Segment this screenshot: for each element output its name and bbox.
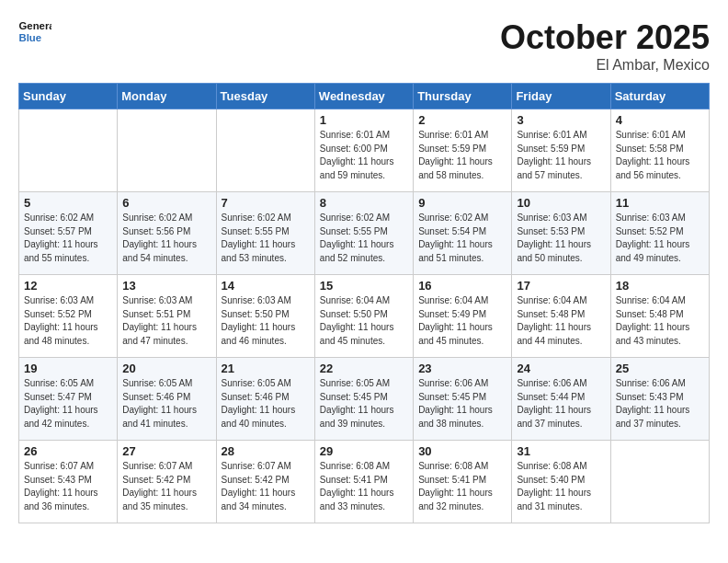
day-cell: 9Sunrise: 6:02 AM Sunset: 5:54 PM Daylig… (414, 192, 512, 275)
day-info: Sunrise: 6:01 AM Sunset: 5:59 PM Dayligh… (517, 129, 605, 182)
day-cell (216, 109, 314, 192)
week-row-1: 1Sunrise: 6:01 AM Sunset: 6:00 PM Daylig… (19, 109, 710, 192)
day-cell: 8Sunrise: 6:02 AM Sunset: 5:55 PM Daylig… (314, 192, 413, 275)
weekday-header-monday: Monday (118, 84, 216, 109)
weekday-header-wednesday: Wednesday (314, 84, 413, 109)
day-cell: 31Sunrise: 6:08 AM Sunset: 5:40 PM Dayli… (512, 441, 610, 523)
day-info: Sunrise: 6:04 AM Sunset: 5:50 PM Dayligh… (320, 294, 408, 348)
day-number: 2 (418, 113, 506, 127)
day-info: Sunrise: 6:05 AM Sunset: 5:47 PM Dayligh… (24, 377, 112, 431)
day-cell: 26Sunrise: 6:07 AM Sunset: 5:43 PM Dayli… (19, 441, 118, 523)
day-number: 11 (616, 196, 704, 210)
day-number: 24 (517, 362, 605, 375)
day-cell: 14Sunrise: 6:03 AM Sunset: 5:50 PM Dayli… (216, 275, 314, 358)
week-row-4: 19Sunrise: 6:05 AM Sunset: 5:47 PM Dayli… (19, 358, 710, 441)
day-cell (19, 109, 118, 192)
calendar-table: SundayMondayTuesdayWednesdayThursdayFrid… (18, 83, 710, 523)
weekday-header-sunday: Sunday (19, 84, 118, 109)
day-info: Sunrise: 6:05 AM Sunset: 5:46 PM Dayligh… (222, 377, 310, 431)
day-cell (118, 109, 216, 192)
day-cell: 29Sunrise: 6:08 AM Sunset: 5:41 PM Dayli… (314, 441, 413, 523)
location: El Ambar, Mexico (500, 57, 710, 74)
day-info: Sunrise: 6:07 AM Sunset: 5:42 PM Dayligh… (222, 460, 310, 513)
day-info: Sunrise: 6:02 AM Sunset: 5:55 PM Dayligh… (222, 212, 310, 265)
day-number: 22 (320, 362, 408, 375)
day-info: Sunrise: 6:05 AM Sunset: 5:45 PM Dayligh… (320, 377, 408, 431)
day-number: 14 (222, 279, 310, 293)
day-cell: 18Sunrise: 6:04 AM Sunset: 5:48 PM Dayli… (610, 275, 709, 358)
day-info: Sunrise: 6:02 AM Sunset: 5:56 PM Dayligh… (122, 212, 210, 265)
day-cell: 15Sunrise: 6:04 AM Sunset: 5:50 PM Dayli… (314, 275, 413, 358)
day-number: 9 (418, 196, 506, 210)
day-number: 3 (517, 113, 605, 127)
day-number: 25 (616, 362, 704, 375)
day-number: 29 (320, 444, 408, 458)
day-cell: 21Sunrise: 6:05 AM Sunset: 5:46 PM Dayli… (216, 358, 314, 441)
svg-text:Blue: Blue (19, 32, 42, 43)
day-info: Sunrise: 6:07 AM Sunset: 5:43 PM Dayligh… (24, 460, 112, 513)
day-number: 1 (320, 113, 408, 127)
day-number: 10 (517, 196, 605, 210)
day-number: 17 (517, 279, 605, 293)
day-number: 8 (320, 196, 408, 210)
day-number: 7 (222, 196, 310, 210)
day-cell: 30Sunrise: 6:08 AM Sunset: 5:41 PM Dayli… (414, 441, 512, 523)
day-number: 19 (24, 362, 112, 375)
day-cell: 3Sunrise: 6:01 AM Sunset: 5:59 PM Daylig… (512, 109, 610, 192)
weekday-header-saturday: Saturday (610, 84, 709, 109)
logo-icon: General Blue (18, 18, 51, 44)
svg-text:General: General (19, 20, 52, 31)
day-number: 4 (616, 113, 704, 127)
weekday-header-tuesday: Tuesday (216, 84, 314, 109)
day-number: 21 (222, 362, 310, 375)
day-info: Sunrise: 6:07 AM Sunset: 5:42 PM Dayligh… (122, 460, 210, 513)
day-number: 6 (122, 196, 210, 210)
day-info: Sunrise: 6:03 AM Sunset: 5:50 PM Dayligh… (222, 294, 310, 348)
day-info: Sunrise: 6:02 AM Sunset: 5:54 PM Dayligh… (418, 212, 506, 265)
day-info: Sunrise: 6:08 AM Sunset: 5:41 PM Dayligh… (320, 460, 408, 513)
day-number: 30 (418, 444, 506, 458)
day-cell: 27Sunrise: 6:07 AM Sunset: 5:42 PM Dayli… (118, 441, 216, 523)
logo: General Blue (18, 18, 51, 44)
day-info: Sunrise: 6:06 AM Sunset: 5:45 PM Dayligh… (418, 377, 506, 431)
day-info: Sunrise: 6:02 AM Sunset: 5:55 PM Dayligh… (320, 212, 408, 265)
day-info: Sunrise: 6:01 AM Sunset: 5:59 PM Dayligh… (418, 129, 506, 182)
day-number: 31 (517, 444, 605, 458)
day-cell: 20Sunrise: 6:05 AM Sunset: 5:46 PM Dayli… (118, 358, 216, 441)
day-info: Sunrise: 6:05 AM Sunset: 5:46 PM Dayligh… (122, 377, 210, 431)
day-cell: 16Sunrise: 6:04 AM Sunset: 5:49 PM Dayli… (414, 275, 512, 358)
day-info: Sunrise: 6:03 AM Sunset: 5:52 PM Dayligh… (616, 212, 704, 265)
day-cell: 7Sunrise: 6:02 AM Sunset: 5:55 PM Daylig… (216, 192, 314, 275)
day-info: Sunrise: 6:01 AM Sunset: 6:00 PM Dayligh… (320, 129, 408, 182)
day-info: Sunrise: 6:03 AM Sunset: 5:53 PM Dayligh… (517, 212, 605, 265)
day-cell: 19Sunrise: 6:05 AM Sunset: 5:47 PM Dayli… (19, 358, 118, 441)
day-number: 16 (418, 279, 506, 293)
day-number: 15 (320, 279, 408, 293)
day-info: Sunrise: 6:03 AM Sunset: 5:52 PM Dayligh… (24, 294, 112, 348)
day-cell: 28Sunrise: 6:07 AM Sunset: 5:42 PM Dayli… (216, 441, 314, 523)
day-cell: 24Sunrise: 6:06 AM Sunset: 5:44 PM Dayli… (512, 358, 610, 441)
day-number: 27 (122, 444, 210, 458)
weekday-header-thursday: Thursday (414, 84, 512, 109)
weekday-header-row: SundayMondayTuesdayWednesdayThursdayFrid… (19, 84, 710, 109)
day-info: Sunrise: 6:06 AM Sunset: 5:43 PM Dayligh… (616, 377, 704, 431)
day-cell: 12Sunrise: 6:03 AM Sunset: 5:52 PM Dayli… (19, 275, 118, 358)
page-header: General Blue October 2025 El Ambar, Mexi… (18, 18, 710, 74)
day-cell: 23Sunrise: 6:06 AM Sunset: 5:45 PM Dayli… (414, 358, 512, 441)
day-cell (610, 441, 709, 523)
day-number: 20 (122, 362, 210, 375)
day-number: 5 (24, 196, 112, 210)
day-cell: 4Sunrise: 6:01 AM Sunset: 5:58 PM Daylig… (610, 109, 709, 192)
day-cell: 13Sunrise: 6:03 AM Sunset: 5:51 PM Dayli… (118, 275, 216, 358)
day-number: 12 (24, 279, 112, 293)
day-number: 23 (418, 362, 506, 375)
week-row-5: 26Sunrise: 6:07 AM Sunset: 5:43 PM Dayli… (19, 441, 710, 523)
day-info: Sunrise: 6:06 AM Sunset: 5:44 PM Dayligh… (517, 377, 605, 431)
day-info: Sunrise: 6:08 AM Sunset: 5:40 PM Dayligh… (517, 460, 605, 513)
month-title: October 2025 (500, 18, 710, 57)
day-info: Sunrise: 6:04 AM Sunset: 5:48 PM Dayligh… (616, 294, 704, 348)
day-number: 26 (24, 444, 112, 458)
day-info: Sunrise: 6:01 AM Sunset: 5:58 PM Dayligh… (616, 129, 704, 182)
day-cell: 10Sunrise: 6:03 AM Sunset: 5:53 PM Dayli… (512, 192, 610, 275)
day-info: Sunrise: 6:08 AM Sunset: 5:41 PM Dayligh… (418, 460, 506, 513)
